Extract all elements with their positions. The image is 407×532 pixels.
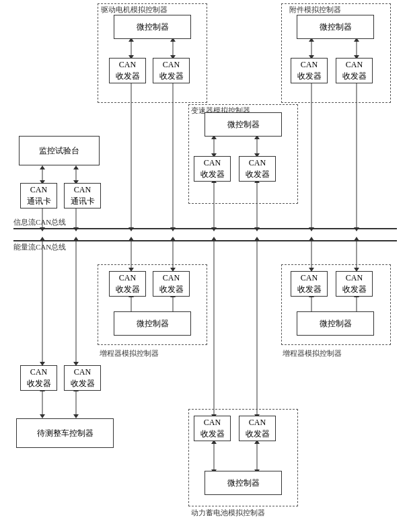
battery-mcu-label: 微控制器 — [227, 478, 260, 489]
battery-can-right-label: CAN收发器 — [246, 417, 270, 440]
range-ext1-can-left: CAN收发器 — [109, 271, 146, 297]
battery-can-left-label: CAN收发器 — [200, 417, 225, 440]
range-ext1-can-right: CAN收发器 — [153, 271, 190, 297]
svg-marker-43 — [73, 165, 79, 169]
vehicle-can-right-label: CAN收发器 — [71, 367, 95, 389]
monitor-bench-label: 监控试验台 — [39, 145, 79, 157]
transmission-can-right: CAN收发器 — [239, 156, 276, 182]
transmission-can-left: CAN收发器 — [194, 156, 231, 182]
monitor-can-card-left: CAN通讯卡 — [20, 183, 57, 208]
range-extender2-label: 增程器模拟控制器 — [283, 348, 342, 358]
range-ext1-mcu-label: 微控制器 — [137, 318, 169, 330]
drive-motor-mcu: 微控制器 — [114, 15, 191, 39]
drive-motor-mcu-label: 微控制器 — [137, 22, 169, 33]
svg-marker-48 — [73, 227, 79, 231]
svg-marker-55 — [170, 237, 176, 241]
battery-mcu: 微控制器 — [205, 471, 282, 495]
accessory-can-right: CAN收发器 — [336, 58, 373, 83]
range-ext1-can-right-label: CAN收发器 — [159, 272, 184, 295]
drive-motor-controller-label: 驱动电机模拟控制器 — [101, 5, 168, 15]
svg-marker-91 — [254, 237, 260, 241]
monitor-can-card-left-label: CAN通讯卡 — [27, 184, 51, 207]
range-ext1-can-left-label: CAN收发器 — [116, 272, 140, 295]
range-ext2-can-left: CAN收发器 — [291, 271, 328, 297]
energy-can-bus-label: 能量流CAN总线 — [13, 242, 66, 252]
transmission-mcu: 微控制器 — [205, 112, 282, 137]
svg-marker-36 — [254, 227, 260, 231]
range-ext2-can-left-label: CAN收发器 — [297, 272, 322, 295]
battery-controller-label: 动力蓄电池模拟控制器 — [191, 508, 265, 518]
accessory-mcu-label: 微控制器 — [320, 22, 352, 33]
drive-motor-can-left: CAN收发器 — [109, 58, 146, 83]
info-can-bus-label: 信息流CAN总线 — [13, 217, 66, 227]
accessory-controller-label: 附件模拟控制器 — [289, 5, 341, 15]
range-ext2-mcu-label: 微控制器 — [320, 318, 352, 330]
accessory-can-left: CAN收发器 — [291, 58, 328, 83]
vehicle-controller: 待测整车控制器 — [16, 418, 114, 448]
svg-marker-64 — [309, 237, 314, 241]
battery-can-right: CAN收发器 — [239, 416, 276, 441]
svg-marker-24 — [354, 227, 359, 231]
monitor-bench: 监控试验台 — [19, 136, 100, 165]
battery-can-left: CAN收发器 — [194, 416, 231, 441]
svg-marker-12 — [170, 227, 176, 231]
svg-marker-67 — [354, 237, 359, 241]
drive-motor-can-left-label: CAN收发器 — [116, 59, 140, 82]
monitor-can-card-right-label: CAN通讯卡 — [71, 184, 95, 207]
vehicle-controller-label: 待测整车控制器 — [37, 428, 94, 439]
svg-marker-21 — [309, 227, 314, 231]
vehicle-can-left-label: CAN收发器 — [27, 367, 51, 389]
vehicle-can-right: CAN收发器 — [64, 365, 101, 391]
transmission-mcu-label: 微控制器 — [227, 119, 260, 130]
range-ext2-mcu: 微控制器 — [297, 311, 374, 336]
range-ext1-mcu: 微控制器 — [114, 311, 191, 336]
svg-marker-45 — [40, 227, 45, 231]
monitor-can-card-right: CAN通讯卡 — [64, 183, 101, 208]
range-ext2-can-right-label: CAN收发器 — [342, 272, 367, 295]
range-ext2-can-right: CAN收发器 — [336, 271, 373, 297]
svg-marker-76 — [40, 237, 45, 241]
svg-marker-40 — [40, 165, 45, 169]
svg-marker-33 — [211, 227, 217, 231]
svg-marker-79 — [73, 237, 79, 241]
svg-marker-88 — [211, 237, 217, 241]
accessory-mcu: 微控制器 — [297, 15, 374, 39]
accessory-can-left-label: CAN收发器 — [297, 59, 322, 82]
drive-motor-can-right-label: CAN收发器 — [159, 59, 184, 82]
range-extender1-label: 增程器模拟控制器 — [100, 348, 159, 358]
transmission-can-left-label: CAN收发器 — [200, 157, 225, 180]
transmission-can-right-label: CAN收发器 — [246, 157, 270, 180]
svg-marker-9 — [128, 227, 134, 231]
drive-motor-can-right: CAN收发器 — [153, 58, 190, 83]
vehicle-can-left: CAN收发器 — [20, 365, 57, 391]
diagram: 驱动电机模拟控制器 附件模拟控制器 变速器模拟控制器 增程器模拟控制器 增程器模… — [0, 0, 407, 532]
accessory-can-right-label: CAN收发器 — [342, 59, 367, 82]
svg-marker-52 — [128, 237, 134, 241]
